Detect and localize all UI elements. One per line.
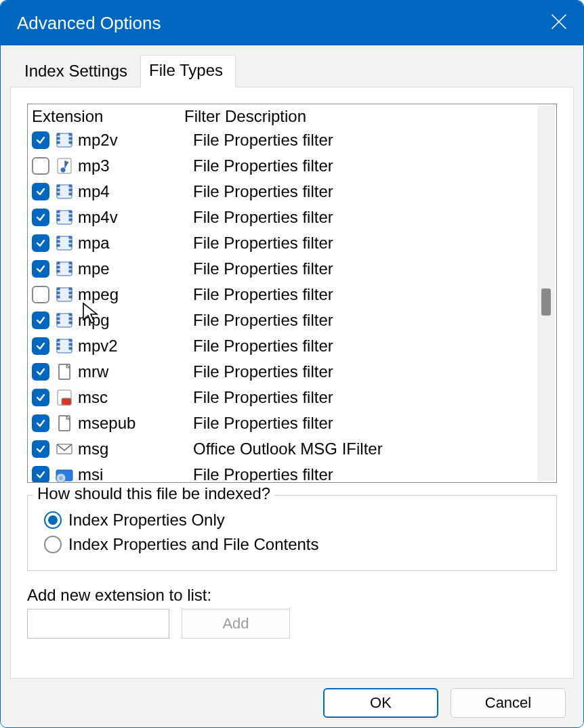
tab-strip: Index Settings File Types — [2, 55, 582, 87]
dialog-window: Advanced Options Index Settings File Typ… — [0, 0, 584, 728]
svg-rect-49 — [69, 314, 72, 316]
extension-label: msepub — [78, 414, 193, 433]
svg-rect-22 — [69, 215, 72, 217]
scrollbar-thumb[interactable] — [541, 288, 551, 316]
checkbox[interactable] — [32, 183, 49, 200]
svg-point-66 — [60, 477, 62, 479]
table-row[interactable]: mp4File Properties filter — [28, 179, 536, 205]
filter-description: Office Outlook MSG IFilter — [193, 440, 383, 458]
filter-description: File Properties filter — [193, 131, 333, 150]
scrollbar[interactable] — [537, 106, 555, 481]
table-row[interactable]: msepubFile Properties filter — [28, 410, 536, 436]
svg-rect-25 — [57, 236, 60, 238]
tab-file-types[interactable]: File Types — [140, 55, 236, 87]
checkbox[interactable] — [32, 209, 49, 226]
checkbox[interactable] — [32, 440, 49, 458]
svg-rect-51 — [69, 322, 72, 324]
list-header: Extension Filter Description — [28, 104, 536, 127]
close-icon — [549, 12, 568, 31]
titlebar: Advanced Options — [1, 1, 583, 45]
checkbox[interactable] — [32, 389, 49, 406]
svg-rect-35 — [69, 262, 72, 264]
radio-properties-only[interactable]: Index Properties Only — [44, 511, 545, 530]
svg-rect-18 — [57, 211, 60, 213]
svg-rect-14 — [69, 185, 72, 187]
filter-description: File Properties filter — [193, 388, 333, 407]
column-header-extension[interactable]: Extension — [32, 107, 184, 126]
checkbox[interactable] — [32, 466, 49, 482]
radio-icon — [44, 511, 62, 529]
add-extension-input[interactable] — [27, 609, 169, 639]
filter-description: File Properties filter — [193, 414, 333, 433]
checkbox[interactable] — [32, 414, 49, 432]
checkbox[interactable] — [32, 363, 49, 381]
table-row[interactable]: msgOffice Outlook MSG IFilter — [28, 436, 536, 462]
video-file-icon — [55, 234, 74, 253]
extension-label: mrw — [78, 362, 193, 381]
checkbox[interactable] — [32, 234, 49, 252]
filter-description: File Properties filter — [193, 285, 333, 304]
table-row[interactable]: mp3File Properties filter — [28, 153, 536, 179]
filter-description: File Properties filter — [193, 208, 333, 227]
window-title: Advanced Options — [17, 13, 161, 34]
checkbox[interactable] — [32, 260, 49, 278]
table-row[interactable]: mp2vFile Properties filter — [28, 127, 536, 153]
checkbox[interactable] — [32, 337, 49, 355]
table-row[interactable]: mp4vFile Properties filter — [28, 205, 536, 230]
table-row[interactable]: mpaFile Properties filter — [28, 230, 536, 256]
table-row[interactable]: msiFile Properties filter — [28, 462, 536, 482]
svg-rect-19 — [57, 215, 60, 217]
table-row[interactable]: mscFile Properties filter — [28, 385, 536, 410]
video-file-icon — [55, 131, 74, 150]
svg-rect-5 — [57, 142, 60, 144]
extension-label: mp4v — [78, 208, 193, 227]
table-row[interactable]: mpegFile Properties filter — [28, 282, 536, 307]
svg-rect-46 — [57, 314, 60, 316]
svg-rect-12 — [57, 189, 60, 191]
svg-rect-36 — [69, 266, 72, 268]
svg-rect-26 — [57, 240, 60, 242]
extension-label: mpeg — [78, 285, 193, 304]
radio-icon — [44, 536, 62, 553]
column-header-filter[interactable]: Filter Description — [184, 107, 532, 126]
table-row[interactable]: mpv2File Properties filter — [28, 333, 536, 359]
radio-properties-and-contents[interactable]: Index Properties and File Contents — [44, 535, 545, 554]
svg-rect-53 — [57, 339, 60, 341]
cancel-button[interactable]: Cancel — [451, 688, 566, 718]
tab-index-settings[interactable]: Index Settings — [16, 56, 140, 87]
video-file-icon — [55, 208, 74, 227]
svg-rect-15 — [69, 189, 72, 191]
svg-rect-7 — [69, 137, 72, 140]
filter-description: File Properties filter — [193, 362, 333, 381]
radio-label: Index Properties and File Contents — [68, 535, 319, 554]
extension-label: mp4 — [78, 182, 193, 201]
extension-label: mpa — [78, 234, 193, 253]
video-file-icon — [55, 259, 74, 278]
svg-rect-23 — [69, 219, 72, 221]
svg-rect-21 — [69, 211, 72, 213]
table-row[interactable]: mpgFile Properties filter — [28, 307, 536, 333]
table-row[interactable]: mrwFile Properties filter — [28, 359, 536, 385]
table-row[interactable]: mpeFile Properties filter — [28, 256, 536, 282]
client-area: Index Settings File Types Extension Filt… — [1, 45, 583, 727]
filter-description: File Properties filter — [193, 311, 333, 330]
svg-rect-37 — [69, 270, 72, 272]
svg-rect-8 — [69, 142, 72, 144]
svg-rect-33 — [57, 266, 60, 268]
svg-rect-50 — [69, 318, 72, 320]
checkbox[interactable] — [32, 286, 49, 303]
svg-rect-41 — [57, 296, 60, 298]
svg-rect-16 — [69, 193, 72, 195]
checkbox[interactable] — [32, 131, 49, 149]
video-file-icon — [55, 285, 74, 304]
extension-label: mpv2 — [78, 337, 193, 356]
dialog-buttons: OK Cancel — [2, 679, 582, 718]
ok-button[interactable]: OK — [323, 688, 438, 718]
add-button[interactable]: Add — [182, 609, 290, 639]
checkbox[interactable] — [32, 312, 49, 329]
close-button[interactable] — [549, 12, 568, 34]
svg-rect-39 — [57, 288, 60, 290]
file-types-list[interactable]: Extension Filter Description mp2vFile Pr… — [27, 104, 557, 483]
checkbox[interactable] — [32, 157, 49, 175]
extension-label: msi — [78, 465, 193, 482]
